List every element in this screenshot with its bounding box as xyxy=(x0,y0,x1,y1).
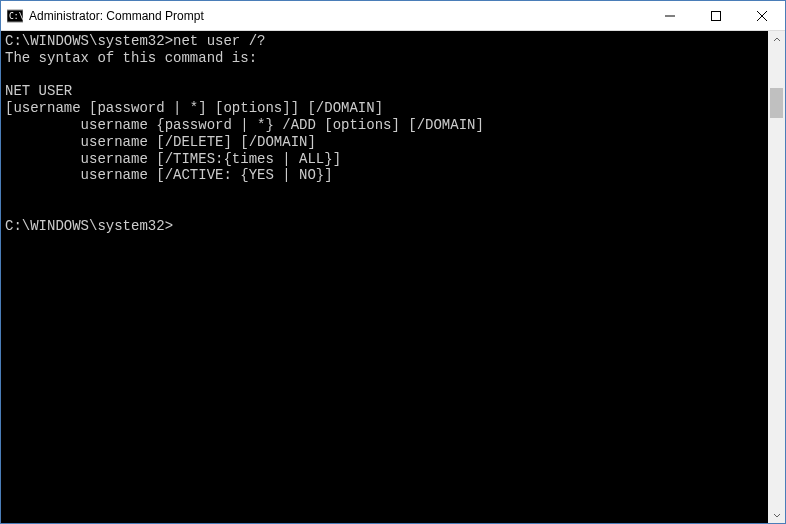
scroll-track[interactable] xyxy=(768,48,785,506)
vertical-scrollbar[interactable] xyxy=(768,31,785,523)
close-icon xyxy=(757,11,767,21)
minimize-button[interactable] xyxy=(647,1,693,31)
command-input: net user /? xyxy=(173,33,265,49)
window-title: Administrator: Command Prompt xyxy=(29,9,647,23)
close-button[interactable] xyxy=(739,1,785,31)
minimize-icon xyxy=(665,11,675,21)
maximize-button[interactable] xyxy=(693,1,739,31)
output-line: username [/DELETE] [/DOMAIN] xyxy=(5,134,316,150)
terminal-output[interactable]: C:\WINDOWS\system32>net user /? The synt… xyxy=(1,31,768,523)
svg-rect-3 xyxy=(712,12,721,21)
chevron-down-icon xyxy=(773,511,781,519)
cmd-icon: C:\ xyxy=(7,8,23,24)
client-area: C:\WINDOWS\system32>net user /? The synt… xyxy=(1,31,785,523)
prompt: C:\WINDOWS\system32> xyxy=(5,218,173,234)
scroll-thumb[interactable] xyxy=(770,88,783,118)
output-line: username [/TIMES:{times | ALL}] xyxy=(5,151,341,167)
output-line: NET USER xyxy=(5,83,72,99)
scroll-down-button[interactable] xyxy=(768,506,785,523)
output-line: username {password | *} /ADD [options] [… xyxy=(5,117,484,133)
command-prompt-window: C:\ Administrator: Command Prompt xyxy=(0,0,786,524)
titlebar[interactable]: C:\ Administrator: Command Prompt xyxy=(1,1,785,31)
chevron-up-icon xyxy=(773,36,781,44)
scroll-up-button[interactable] xyxy=(768,31,785,48)
svg-text:C:\: C:\ xyxy=(9,12,23,21)
output-line: username [/ACTIVE: {YES | NO}] xyxy=(5,167,333,183)
output-line: [username [password | *] [options]] [/DO… xyxy=(5,100,383,116)
output-line: The syntax of this command is: xyxy=(5,50,257,66)
prompt: C:\WINDOWS\system32> xyxy=(5,33,173,49)
window-controls xyxy=(647,1,785,30)
maximize-icon xyxy=(711,11,721,21)
